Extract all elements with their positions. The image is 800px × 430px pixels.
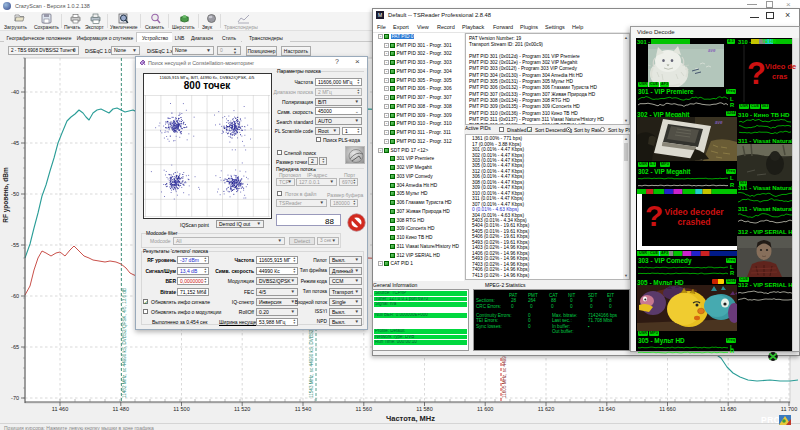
svg-text:-45: -45 [11,140,19,146]
svg-text:ave: ave [715,120,723,125]
svg-text:-40: -40 [11,89,19,95]
svg-text:-70: -70 [11,395,19,401]
svg-text:-55: -55 [11,242,19,248]
svg-text:ave: ave [708,48,716,53]
svg-text:RF уровень, dBm: RF уровень, dBm [2,167,10,223]
svg-text:-60: -60 [11,293,19,299]
svg-text:-50: -50 [11,191,19,197]
svg-text:-65: -65 [11,344,19,350]
svg-text:11482 MHz, sc 44990 kS, DVBS2/: 11482 MHz, sc 44990 kS, DVBS2/QPSK, 4/5,… [122,288,127,398]
